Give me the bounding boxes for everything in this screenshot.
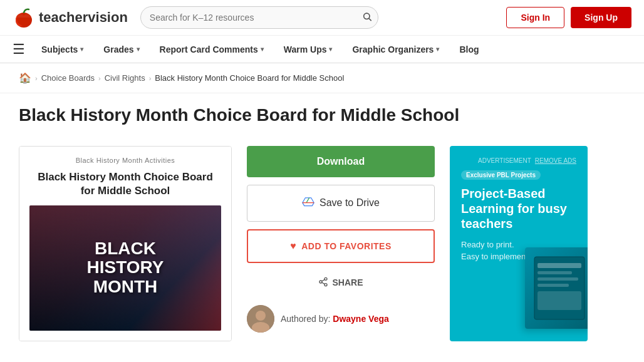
svg-line-4 [369,19,371,21]
svg-rect-16 [538,277,578,281]
resource-preview: Black History Month Activities Black His… [19,146,232,341]
nav-item-grades[interactable]: Grades ▾ [95,38,148,61]
save-to-drive-button[interactable]: Save to Drive [247,185,435,222]
breadcrumb-civil-rights-link[interactable]: Civil Rights [105,73,145,83]
heart-icon: ♥ [290,240,296,252]
ad-book-image [525,247,588,329]
nav-item-report-card-comments[interactable]: Report Card Comments ▾ [151,38,273,61]
svg-rect-17 [538,284,569,287]
breadcrumb-home-link[interactable]: 🏠 [19,72,31,84]
logo[interactable]: teachervision [13,6,128,29]
page-title-section: Black History Month Choice Board for Mid… [0,93,644,140]
svg-rect-18 [538,291,581,310]
svg-line-8 [322,282,325,284]
breadcrumb-separator: › [98,75,101,82]
breadcrumb: 🏠 › Choice Boards › Civil Rights › Black… [0,63,644,93]
chevron-down-icon: ▾ [436,46,439,53]
breadcrumb-current-page: Black History Month Choice Board for Mid… [155,73,344,83]
share-icon [318,277,328,289]
chevron-down-icon: ▾ [261,46,264,53]
home-icon: 🏠 [19,73,31,83]
author-name-link[interactable]: Dwayne Vega [333,314,389,324]
search-bar [140,6,378,29]
logo-icon [13,6,35,29]
preview-image: BLACKHISTORYMONTH [29,205,221,331]
add-to-favorites-button[interactable]: ♥ ADD TO FAVORITES [247,229,435,263]
nav-item-blog[interactable]: Blog [450,38,487,61]
nav: ☰ Subjects ▾ Grades ▾ Report Card Commen… [0,36,644,63]
preview-doc-title: Black History Month Choice Board for Mid… [29,170,221,198]
svg-point-3 [364,13,370,19]
ad-headline: Project-Based Learning for busy teachers [461,186,576,231]
header-actions: Sign In Sign Up [506,7,631,28]
svg-rect-15 [538,271,572,274]
nav-item-warm-ups[interactable]: Warm Ups ▾ [275,38,341,61]
logo-text: teachervision [39,9,128,26]
svg-point-7 [325,283,327,286]
hamburger-menu-button[interactable]: ☰ [13,41,25,58]
search-button[interactable] [362,12,372,24]
svg-rect-14 [538,263,581,268]
author-row: Authored by: Dwayne Vega [247,305,435,333]
nav-item-graphic-organizers[interactable]: Graphic Organizers ▾ [343,38,448,61]
author-info: Authored by: Dwayne Vega [281,314,389,324]
svg-point-11 [256,311,266,321]
ad-label: ADVERTISEMENT REMOVE ADS [461,157,576,164]
share-button[interactable]: SHARE [247,271,435,295]
svg-line-9 [322,279,325,281]
nav-item-subjects[interactable]: Subjects ▾ [33,38,92,61]
preview-label: Black History Month Activities [29,157,221,164]
chevron-down-icon: ▾ [329,46,332,53]
search-input[interactable] [140,6,378,29]
svg-point-6 [319,281,322,283]
header: teachervision Sign In Sign Up [0,0,644,36]
preview-inner: Black History Month Activities Black His… [19,147,231,341]
signin-button[interactable]: Sign In [506,7,564,28]
download-button[interactable]: Download [247,146,435,177]
drive-icon [302,195,314,211]
search-icon [362,12,372,22]
ad-panel: ADVERTISEMENT REMOVE ADS Exclusive PBL P… [450,146,588,341]
preview-image-text: BLACKHISTORYMONTH [87,239,164,297]
signup-button[interactable]: Sign Up [571,7,631,28]
breadcrumb-separator: › [35,75,38,82]
authored-by-label: Authored by: [281,314,330,324]
remove-ads-link[interactable]: REMOVE ADS [535,157,576,164]
chevron-down-icon: ▾ [137,46,140,53]
breadcrumb-choice-boards-link[interactable]: Choice Boards [41,73,95,83]
action-panel: Download Save to Drive ♥ ADD TO FAVORITE… [247,146,435,341]
ad-exclusive-tag: Exclusive PBL Projects [461,170,541,180]
page-title: Black History Month Choice Board for Mid… [19,105,625,126]
svg-point-5 [325,277,327,280]
main-content: Black History Month Activities Black His… [0,140,644,360]
avatar [247,305,274,333]
chevron-down-icon: ▾ [80,46,83,53]
breadcrumb-separator: › [149,75,152,82]
